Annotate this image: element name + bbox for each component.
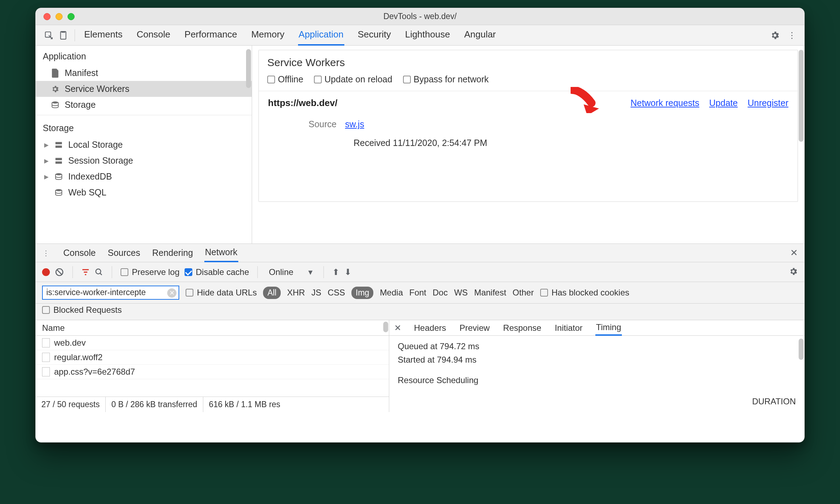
scrollbar[interactable] (246, 49, 251, 88)
filter-type-doc[interactable]: Doc (433, 288, 448, 298)
drawer: ⋮ Console Sources Rendering Network ✕ (36, 244, 804, 412)
filter-type-manifest[interactable]: Manifest (474, 288, 506, 298)
separator (75, 29, 75, 41)
close-details-icon[interactable]: ✕ (394, 323, 401, 333)
tab-security[interactable]: Security (357, 25, 392, 46)
clear-filter-icon[interactable]: ✕ (167, 288, 176, 298)
file-icon (51, 69, 60, 78)
network-requests-link[interactable]: Network requests (631, 98, 700, 108)
application-panel: Application Manifest Service Workers Sto… (36, 46, 804, 244)
source-file-link[interactable]: sw.js (345, 119, 364, 129)
drawer-tab-sources[interactable]: Sources (107, 244, 141, 262)
tab-console[interactable]: Console (136, 25, 171, 46)
tab-lighthouse[interactable]: Lighthouse (404, 25, 451, 46)
preserve-log-checkbox[interactable]: Preserve log (121, 267, 180, 277)
record-button[interactable] (42, 268, 50, 276)
filter-type-js[interactable]: JS (311, 288, 321, 298)
offline-checkbox[interactable]: Offline (267, 74, 303, 84)
details-tab-headers[interactable]: Headers (413, 321, 447, 335)
filter-type-all[interactable]: All (263, 287, 281, 299)
drawer-close-icon[interactable]: ✕ (790, 247, 798, 258)
hide-data-urls-checkbox[interactable]: Hide data URLs (186, 288, 257, 298)
filter-type-other[interactable]: Other (513, 288, 534, 298)
details-tab-initiator[interactable]: Initiator (554, 321, 583, 335)
filter-type-media[interactable]: Media (380, 288, 403, 298)
drawer-tab-console[interactable]: Console (63, 244, 97, 262)
unregister-link[interactable]: Unregister (748, 98, 788, 108)
sidebar-item-label: Storage (65, 100, 96, 110)
more-menu-icon[interactable]: ⋮ (784, 28, 799, 43)
tab-performance[interactable]: Performance (184, 25, 238, 46)
sidebar-section-application: Application (36, 46, 252, 65)
svg-point-3 (52, 101, 58, 104)
drawer-more-icon[interactable]: ⋮ (40, 249, 52, 257)
tab-elements[interactable]: Elements (83, 25, 123, 46)
filter-input[interactable]: is:service-worker-intercepte ✕ (42, 286, 179, 300)
svg-rect-6 (56, 158, 62, 160)
search-icon[interactable] (95, 268, 103, 276)
filter-type-img[interactable]: Img (351, 287, 373, 299)
sidebar-item-label: IndexedDB (68, 171, 112, 182)
download-har-icon[interactable]: ⬇︎ (344, 267, 351, 277)
tab-angular[interactable]: Angular (463, 25, 497, 46)
duration-label: DURATION (752, 397, 796, 406)
disable-cache-checkbox[interactable]: Disable cache (185, 267, 249, 277)
drawer-tab-network[interactable]: Network (204, 244, 238, 262)
sw-origin: https://web.dev/ (268, 98, 337, 109)
blocked-requests-checkbox[interactable]: Blocked Requests (42, 305, 122, 315)
throttling-select[interactable]: Online ▾ (266, 265, 315, 279)
request-row[interactable]: app.css?v=6e2768d7 (36, 365, 389, 379)
sidebar-item-label: Manifest (65, 68, 98, 78)
has-blocked-cookies-checkbox[interactable]: Has blocked cookies (540, 288, 629, 298)
filter-icon[interactable] (81, 268, 90, 276)
details-tab-preview[interactable]: Preview (459, 321, 490, 335)
expand-triangle-icon[interactable]: ▸ (44, 140, 49, 150)
clear-log-icon[interactable] (55, 268, 64, 277)
expand-triangle-icon[interactable]: ▸ (44, 156, 49, 166)
bypass-for-network-checkbox[interactable]: Bypass for network (403, 74, 489, 84)
details-tab-response[interactable]: Response (502, 321, 542, 335)
filter-type-css[interactable]: CSS (328, 288, 345, 298)
tab-memory[interactable]: Memory (251, 25, 285, 46)
scrollbar[interactable] (383, 322, 388, 332)
upload-har-icon[interactable]: ⬆︎ (332, 267, 339, 277)
settings-gear-icon[interactable] (768, 28, 782, 43)
sidebar-item-manifest[interactable]: Manifest (36, 65, 252, 81)
status-resources: 616 kB / 1.1 MB res (203, 397, 286, 412)
expand-triangle-icon[interactable]: ▸ (44, 171, 49, 182)
timing-queued: Queued at 794.72 ms (398, 341, 796, 351)
source-label: Source (267, 119, 345, 129)
filter-type-ws[interactable]: WS (454, 288, 468, 298)
tab-application[interactable]: Application (298, 25, 344, 46)
filter-type-xhr[interactable]: XHR (287, 288, 305, 298)
update-link[interactable]: Update (709, 98, 738, 108)
svg-point-8 (56, 173, 62, 175)
request-list: Name web.dev regular.woff2 app.css?v=6e2… (36, 320, 389, 412)
network-settings-gear-icon[interactable] (789, 267, 798, 277)
sidebar-item-storage[interactable]: Storage (36, 97, 252, 113)
column-name[interactable]: Name (42, 323, 65, 333)
grid-icon (54, 140, 63, 150)
request-row[interactable]: web.dev (36, 336, 389, 350)
timing-section: Resource Scheduling (398, 375, 796, 385)
scrollbar[interactable] (799, 339, 804, 360)
sidebar-item-service-workers[interactable]: Service Workers (36, 81, 252, 97)
sidebar-item-session-storage[interactable]: ▸ Session Storage (36, 153, 252, 169)
sidebar-item-local-storage[interactable]: ▸ Local Storage (36, 137, 252, 153)
sidebar-item-indexeddb[interactable]: ▸ IndexedDB (36, 169, 252, 184)
application-sidebar: Application Manifest Service Workers Sto… (36, 46, 252, 244)
device-toolbar-icon[interactable] (56, 28, 71, 43)
svg-rect-4 (56, 142, 62, 144)
panel-tabs: Elements Console Performance Memory Appl… (83, 25, 497, 46)
svg-point-11 (96, 269, 101, 274)
drawer-tab-rendering[interactable]: Rendering (151, 244, 193, 262)
db-icon (54, 188, 63, 197)
inspect-element-icon[interactable] (41, 28, 56, 43)
scrollbar[interactable] (799, 50, 804, 142)
svg-rect-7 (56, 161, 62, 163)
sidebar-item-websql[interactable]: ▸ Web SQL (36, 184, 252, 200)
request-row[interactable]: regular.woff2 (36, 350, 389, 365)
update-on-reload-checkbox[interactable]: Update on reload (314, 74, 392, 84)
filter-type-font[interactable]: Font (409, 288, 426, 298)
details-tab-timing[interactable]: Timing (595, 320, 622, 336)
